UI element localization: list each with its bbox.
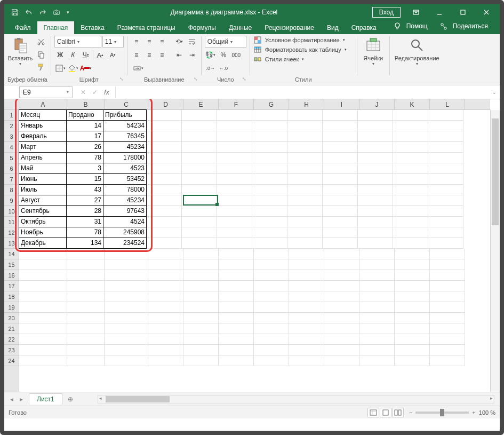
italic-button[interactable]: К [67,49,79,61]
row-header[interactable]: 24 [4,355,19,366]
cell[interactable] [395,323,430,334]
comma-icon[interactable]: 000 [230,49,242,61]
cell[interactable] [217,163,252,174]
cell[interactable] [358,217,393,227]
cell[interactable]: Декабрь [19,238,67,249]
cell[interactable] [19,249,67,259]
cell[interactable] [430,281,465,291]
minimize-icon[interactable] [428,5,451,20]
cell[interactable] [254,345,289,355]
paste-button[interactable]: Вставить ▾ [7,36,33,66]
cell[interactable]: 234524 [103,238,147,249]
cell[interactable] [183,345,219,355]
spreadsheet-grid[interactable]: ABCDEFGHIJKL 123456789101112131415161718… [4,99,500,392]
cell[interactable] [217,227,252,238]
cell[interactable] [359,249,395,259]
cell[interactable] [147,217,182,227]
cell[interactable] [147,195,182,206]
cell[interactable]: Месяц [19,109,67,121]
cell[interactable] [147,142,182,153]
cell[interactable] [395,355,430,366]
cell[interactable] [182,110,217,121]
cell[interactable] [359,281,395,291]
cell[interactable] [393,163,428,174]
row-header[interactable]: 12 [4,227,19,238]
borders-icon[interactable]: ▾ [54,62,66,74]
cell[interactable] [289,323,324,334]
cell[interactable]: 53452 [103,173,147,185]
cell[interactable] [358,153,393,163]
cell[interactable] [254,291,289,302]
cell[interactable] [182,217,217,227]
row-header[interactable]: 7 [4,174,19,185]
cell[interactable] [289,249,324,259]
cell[interactable] [217,142,252,153]
fill-color-icon[interactable]: ▾ [67,62,79,74]
cell[interactable] [428,238,463,249]
cell[interactable] [324,323,359,334]
cell[interactable] [287,217,323,227]
cell[interactable] [19,291,67,302]
orientation-icon[interactable]: ⟲▾ [173,36,185,48]
cell[interactable] [19,345,67,355]
cell[interactable] [217,110,252,121]
cell[interactable] [323,163,358,174]
cell[interactable]: Апрель [19,152,67,163]
cell[interactable] [358,174,393,185]
tell-me-button[interactable]: Помощ [390,18,434,34]
cell[interactable] [217,131,252,142]
cell[interactable] [254,259,289,270]
cell[interactable] [324,249,359,259]
cell[interactable] [254,302,289,313]
cell[interactable] [219,345,254,355]
row-header[interactable]: 14 [4,249,19,259]
cell[interactable] [323,227,358,238]
cell[interactable] [182,195,217,206]
cell[interactable] [182,174,217,185]
cell[interactable]: Октябрь [19,216,67,227]
col-header[interactable]: J [359,99,395,109]
cell[interactable] [324,334,359,345]
cell[interactable] [324,313,359,323]
cell[interactable] [430,291,465,302]
cell[interactable] [182,227,217,238]
undo-icon[interactable] [22,6,35,19]
cell[interactable] [105,323,148,334]
cell[interactable]: 4523 [103,163,147,174]
cell[interactable] [289,302,324,313]
cell[interactable]: Февраль [19,131,67,142]
row-header[interactable]: 2 [4,121,19,131]
cell[interactable] [147,163,182,174]
align-bottom-icon[interactable]: ≡ [156,36,168,48]
cell[interactable] [252,131,287,142]
cell[interactable] [19,313,67,323]
bold-button[interactable]: Ж [54,49,66,61]
cell[interactable] [393,121,428,131]
cell[interactable] [358,131,393,142]
cell[interactable] [428,227,463,238]
cell[interactable]: 27 [66,195,103,206]
format-painter-icon[interactable] [35,61,47,73]
cell[interactable] [359,334,395,345]
cell[interactable] [324,355,359,366]
cell[interactable] [219,291,254,302]
cell[interactable] [254,281,289,291]
cell[interactable] [182,206,217,217]
cell[interactable] [287,121,323,131]
cell[interactable] [287,110,323,121]
cell[interactable] [252,110,287,121]
cell[interactable] [147,110,182,121]
wrap-text-icon[interactable] [186,36,198,48]
cell[interactable] [395,345,430,355]
cell[interactable] [428,217,463,227]
align-top-icon[interactable]: ≡ [131,36,142,48]
cell[interactable] [105,291,148,302]
cell[interactable] [148,313,183,323]
dialog-launcher-icon[interactable]: ⤡ [193,76,199,83]
cell[interactable] [393,195,428,206]
tab-вставка[interactable]: Вставка [74,21,111,34]
cell[interactable] [182,238,217,249]
camera-icon[interactable] [50,6,63,19]
cell[interactable] [324,259,359,270]
merge-button[interactable]: ▾ [131,62,146,74]
